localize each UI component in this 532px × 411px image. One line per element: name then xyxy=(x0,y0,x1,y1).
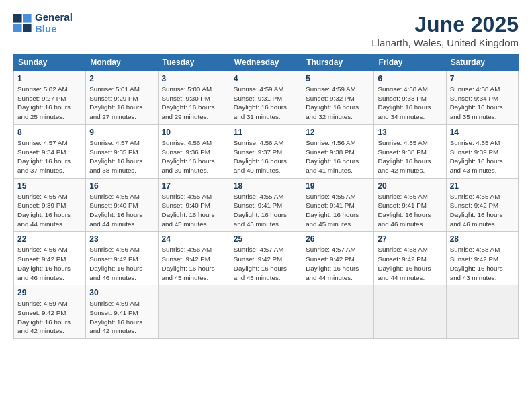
logo-line1: General xyxy=(35,12,73,24)
day-number: 24 xyxy=(162,234,226,244)
day-detail: Sunrise: 4:59 AMSunset: 9:32 PMDaylight:… xyxy=(306,85,370,122)
day-number: 11 xyxy=(234,128,298,137)
day-number: 12 xyxy=(306,128,370,137)
calendar-table: Sunday Monday Tuesday Wednesday Thursday… xyxy=(13,54,519,339)
table-row xyxy=(302,285,374,339)
day-detail: Sunrise: 4:57 AMSunset: 9:42 PMDaylight:… xyxy=(306,245,370,282)
table-row: 1 Sunrise: 5:02 AMSunset: 9:27 PMDayligh… xyxy=(14,71,86,125)
logo-icon xyxy=(13,14,32,33)
calendar-row: 1 Sunrise: 5:02 AMSunset: 9:27 PMDayligh… xyxy=(14,71,519,125)
table-row xyxy=(158,285,230,339)
calendar-row: 22 Sunrise: 4:56 AMSunset: 9:42 PMDaylig… xyxy=(14,232,519,285)
header-area: General Blue June 2025 Llanarth, Wales, … xyxy=(13,12,519,48)
day-number: 2 xyxy=(89,74,154,83)
table-row: 13 Sunrise: 4:55 AMSunset: 9:38 PMDaylig… xyxy=(374,124,446,178)
calendar-row: 29 Sunrise: 4:59 AMSunset: 9:42 PMDaylig… xyxy=(14,285,519,339)
day-detail: Sunrise: 5:01 AMSunset: 9:29 PMDaylight:… xyxy=(89,85,154,122)
col-friday: Friday xyxy=(374,54,446,71)
table-row: 28 Sunrise: 4:58 AMSunset: 9:42 PMDaylig… xyxy=(446,232,518,285)
day-detail: Sunrise: 4:55 AMSunset: 9:40 PMDaylight:… xyxy=(162,192,226,229)
day-detail: Sunrise: 5:02 AMSunset: 9:27 PMDaylight:… xyxy=(17,85,82,122)
table-row: 9 Sunrise: 4:57 AMSunset: 9:35 PMDayligh… xyxy=(86,124,158,178)
day-number: 18 xyxy=(234,181,298,191)
col-saturday: Saturday xyxy=(446,54,518,71)
day-detail: Sunrise: 4:56 AMSunset: 9:42 PMDaylight:… xyxy=(162,245,226,282)
subtitle: Llanarth, Wales, United Kingdom xyxy=(371,37,519,48)
table-row: 25 Sunrise: 4:57 AMSunset: 9:42 PMDaylig… xyxy=(230,232,302,285)
svg-rect-1 xyxy=(23,14,32,23)
table-row: 8 Sunrise: 4:57 AMSunset: 9:34 PMDayligh… xyxy=(14,124,86,178)
day-number: 16 xyxy=(89,181,154,191)
col-thursday: Thursday xyxy=(302,54,374,71)
day-number: 21 xyxy=(450,181,515,191)
day-detail: Sunrise: 4:57 AMSunset: 9:42 PMDaylight:… xyxy=(234,245,298,282)
day-detail: Sunrise: 4:55 AMSunset: 9:38 PMDaylight:… xyxy=(378,138,442,175)
day-number: 17 xyxy=(162,181,226,191)
table-row: 5 Sunrise: 4:59 AMSunset: 9:32 PMDayligh… xyxy=(302,71,374,125)
table-row: 21 Sunrise: 4:55 AMSunset: 9:42 PMDaylig… xyxy=(446,178,518,232)
col-wednesday: Wednesday xyxy=(230,54,302,71)
svg-rect-3 xyxy=(23,24,32,32)
table-row: 29 Sunrise: 4:59 AMSunset: 9:42 PMDaylig… xyxy=(14,285,86,339)
table-row xyxy=(446,285,518,339)
day-detail: Sunrise: 4:55 AMSunset: 9:39 PMDaylight:… xyxy=(17,192,82,229)
day-number: 30 xyxy=(89,288,154,298)
table-row: 18 Sunrise: 4:55 AMSunset: 9:41 PMDaylig… xyxy=(230,178,302,232)
logo-text: General Blue xyxy=(35,12,73,34)
table-row: 19 Sunrise: 4:55 AMSunset: 9:41 PMDaylig… xyxy=(302,178,374,232)
day-detail: Sunrise: 4:57 AMSunset: 9:34 PMDaylight:… xyxy=(17,138,82,175)
table-row: 2 Sunrise: 5:01 AMSunset: 9:29 PMDayligh… xyxy=(86,71,158,125)
day-number: 13 xyxy=(378,128,442,137)
day-number: 10 xyxy=(162,128,226,137)
day-detail: Sunrise: 4:56 AMSunset: 9:37 PMDaylight:… xyxy=(234,138,298,175)
day-detail: Sunrise: 4:59 AMSunset: 9:41 PMDaylight:… xyxy=(89,299,154,336)
day-number: 3 xyxy=(162,74,226,83)
title-area: June 2025 Llanarth, Wales, United Kingdo… xyxy=(371,12,519,48)
table-row xyxy=(374,285,446,339)
day-detail: Sunrise: 4:56 AMSunset: 9:36 PMDaylight:… xyxy=(162,138,226,175)
table-row: 17 Sunrise: 4:55 AMSunset: 9:40 PMDaylig… xyxy=(158,178,230,232)
table-row: 20 Sunrise: 4:55 AMSunset: 9:41 PMDaylig… xyxy=(374,178,446,232)
logo-line2: Blue xyxy=(35,24,73,35)
table-row: 14 Sunrise: 4:55 AMSunset: 9:39 PMDaylig… xyxy=(446,124,518,178)
day-number: 25 xyxy=(234,234,298,244)
logo-area: General Blue xyxy=(13,12,73,34)
svg-rect-0 xyxy=(13,14,22,23)
calendar-row: 15 Sunrise: 4:55 AMSunset: 9:39 PMDaylig… xyxy=(14,178,519,232)
day-detail: Sunrise: 4:58 AMSunset: 9:42 PMDaylight:… xyxy=(450,245,515,282)
day-detail: Sunrise: 4:55 AMSunset: 9:42 PMDaylight:… xyxy=(450,192,515,229)
table-row: 3 Sunrise: 5:00 AMSunset: 9:30 PMDayligh… xyxy=(158,71,230,125)
day-number: 15 xyxy=(17,181,82,191)
table-row: 30 Sunrise: 4:59 AMSunset: 9:41 PMDaylig… xyxy=(86,285,158,339)
day-detail: Sunrise: 4:57 AMSunset: 9:35 PMDaylight:… xyxy=(89,138,154,175)
day-detail: Sunrise: 4:55 AMSunset: 9:40 PMDaylight:… xyxy=(89,192,154,229)
day-number: 1 xyxy=(17,74,82,83)
col-tuesday: Tuesday xyxy=(158,54,230,71)
table-row: 26 Sunrise: 4:57 AMSunset: 9:42 PMDaylig… xyxy=(302,232,374,285)
day-detail: Sunrise: 4:55 AMSunset: 9:39 PMDaylight:… xyxy=(450,138,515,175)
day-detail: Sunrise: 4:58 AMSunset: 9:33 PMDaylight:… xyxy=(378,85,442,122)
main-title: June 2025 xyxy=(371,12,519,37)
day-detail: Sunrise: 4:58 AMSunset: 9:42 PMDaylight:… xyxy=(378,245,442,282)
day-detail: Sunrise: 4:59 AMSunset: 9:42 PMDaylight:… xyxy=(17,299,82,336)
day-number: 5 xyxy=(306,74,370,83)
table-row: 27 Sunrise: 4:58 AMSunset: 9:42 PMDaylig… xyxy=(374,232,446,285)
day-detail: Sunrise: 4:56 AMSunset: 9:42 PMDaylight:… xyxy=(89,245,154,282)
table-row: 15 Sunrise: 4:55 AMSunset: 9:39 PMDaylig… xyxy=(14,178,86,232)
day-detail: Sunrise: 4:55 AMSunset: 9:41 PMDaylight:… xyxy=(378,192,442,229)
table-row: 23 Sunrise: 4:56 AMSunset: 9:42 PMDaylig… xyxy=(86,232,158,285)
table-row: 24 Sunrise: 4:56 AMSunset: 9:42 PMDaylig… xyxy=(158,232,230,285)
day-number: 4 xyxy=(234,74,298,83)
col-monday: Monday xyxy=(86,54,158,71)
day-number: 29 xyxy=(17,288,82,298)
day-number: 22 xyxy=(17,234,82,244)
day-detail: Sunrise: 4:56 AMSunset: 9:42 PMDaylight:… xyxy=(17,245,82,282)
svg-rect-2 xyxy=(13,24,22,32)
table-row: 4 Sunrise: 4:59 AMSunset: 9:31 PMDayligh… xyxy=(230,71,302,125)
day-detail: Sunrise: 4:56 AMSunset: 9:38 PMDaylight:… xyxy=(306,138,370,175)
day-number: 27 xyxy=(378,234,442,244)
day-number: 19 xyxy=(306,181,370,191)
day-number: 20 xyxy=(378,181,442,191)
table-row: 10 Sunrise: 4:56 AMSunset: 9:36 PMDaylig… xyxy=(158,124,230,178)
table-row: 7 Sunrise: 4:58 AMSunset: 9:34 PMDayligh… xyxy=(446,71,518,125)
